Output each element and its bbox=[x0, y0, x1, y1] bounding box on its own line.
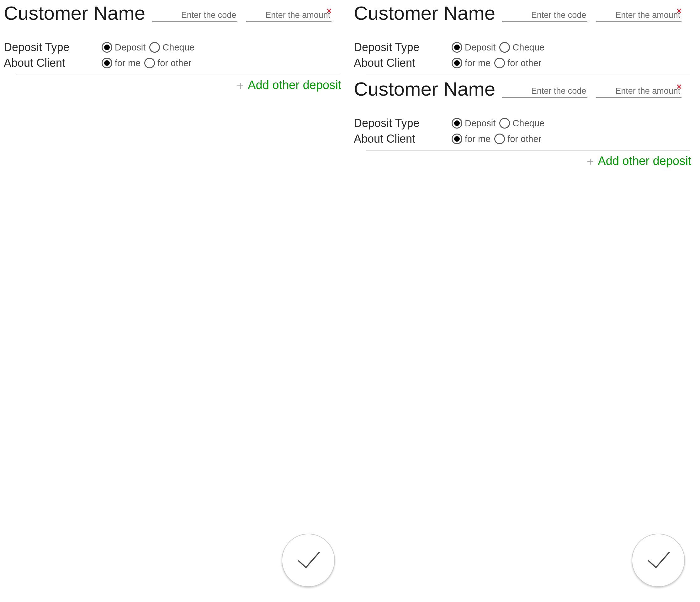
about-client-row: About Client for me for other bbox=[354, 132, 694, 146]
plus-icon: ＋ bbox=[234, 80, 246, 91]
radio-for-other[interactable]: for other bbox=[494, 133, 541, 144]
radio-icon bbox=[494, 58, 505, 68]
radio-for-me-label: for me bbox=[465, 134, 491, 144]
radio-section: Deposit Type Deposit Cheque About Client… bbox=[354, 41, 694, 70]
left-pane: Customer Name ✕ Deposit Type Deposit bbox=[0, 0, 350, 602]
radio-deposit[interactable]: Deposit bbox=[102, 42, 146, 53]
deposit-type-row: Deposit Type Deposit Cheque bbox=[4, 41, 344, 54]
about-client-row: About Client for me for other bbox=[4, 56, 344, 70]
radio-for-me-label: for me bbox=[115, 58, 141, 68]
inputs-wrap: ✕ bbox=[502, 85, 694, 100]
right-pane: Customer Name ✕ Deposit Type Deposit bbox=[350, 0, 700, 602]
amount-input-cell: ✕ bbox=[596, 85, 681, 98]
radio-deposit[interactable]: Deposit bbox=[452, 42, 496, 53]
about-client-label: About Client bbox=[354, 56, 448, 70]
radio-icon bbox=[452, 118, 462, 129]
deposit-type-label: Deposit Type bbox=[354, 117, 448, 130]
add-other-deposit-label: Add other deposit bbox=[248, 78, 341, 92]
confirm-button[interactable] bbox=[282, 534, 335, 587]
code-input-cell bbox=[502, 9, 588, 22]
radio-cheque[interactable]: Cheque bbox=[149, 42, 195, 53]
deposit-header-row: Customer Name ✕ bbox=[354, 2, 694, 24]
radio-icon bbox=[494, 133, 505, 144]
amount-input-cell: ✕ bbox=[596, 9, 681, 22]
radio-for-me[interactable]: for me bbox=[452, 58, 491, 68]
radio-icon bbox=[499, 42, 510, 53]
inputs-wrap: ✕ bbox=[152, 9, 344, 24]
radio-icon bbox=[499, 118, 510, 129]
customer-name-title: Customer Name bbox=[354, 2, 495, 24]
radio-cheque-label: Cheque bbox=[512, 118, 545, 129]
radio-for-other-label: for other bbox=[507, 134, 541, 144]
radio-icon bbox=[452, 58, 462, 68]
code-input[interactable] bbox=[502, 9, 588, 22]
amount-input[interactable] bbox=[596, 85, 681, 98]
confirm-button[interactable] bbox=[632, 534, 685, 587]
about-client-label: About Client bbox=[4, 56, 98, 70]
code-input-cell bbox=[152, 9, 238, 22]
radio-for-me[interactable]: for me bbox=[452, 133, 491, 144]
divider bbox=[366, 151, 690, 151]
close-icon[interactable]: ✕ bbox=[326, 7, 332, 15]
amount-input-cell: ✕ bbox=[246, 9, 331, 22]
radio-cheque-label: Cheque bbox=[162, 42, 195, 53]
radio-for-other[interactable]: for other bbox=[494, 58, 541, 68]
amount-input[interactable] bbox=[596, 9, 681, 22]
deposit-block: Customer Name ✕ Deposit Type Deposit bbox=[354, 78, 694, 151]
radio-for-me[interactable]: for me bbox=[102, 58, 141, 68]
radio-for-other-label: for other bbox=[507, 58, 541, 68]
add-other-deposit-button[interactable]: ＋ Add other deposit bbox=[354, 154, 694, 168]
add-other-deposit-button[interactable]: ＋ Add other deposit bbox=[4, 78, 344, 92]
radio-icon bbox=[102, 42, 112, 53]
radio-cheque[interactable]: Cheque bbox=[499, 118, 545, 129]
about-client-row: About Client for me for other bbox=[354, 56, 694, 70]
radio-icon bbox=[102, 58, 112, 68]
deposit-type-label: Deposit Type bbox=[354, 41, 448, 54]
radio-deposit[interactable]: Deposit bbox=[452, 118, 496, 129]
divider bbox=[16, 75, 340, 75]
code-input-cell bbox=[502, 85, 588, 98]
radio-deposit-label: Deposit bbox=[465, 118, 496, 129]
inputs-wrap: ✕ bbox=[502, 9, 694, 24]
about-client-label: About Client bbox=[354, 132, 448, 146]
radio-section: Deposit Type Deposit Cheque About Client… bbox=[4, 41, 344, 70]
radio-section: Deposit Type Deposit Cheque About Client… bbox=[354, 117, 694, 146]
radio-for-me-label: for me bbox=[465, 58, 491, 68]
plus-icon: ＋ bbox=[584, 155, 596, 167]
deposit-header-row: Customer Name ✕ bbox=[4, 2, 344, 24]
divider bbox=[366, 75, 690, 75]
check-icon bbox=[643, 545, 673, 575]
deposit-header-row: Customer Name ✕ bbox=[354, 78, 694, 100]
radio-cheque-label: Cheque bbox=[512, 42, 545, 53]
radio-icon bbox=[144, 58, 155, 68]
customer-name-title: Customer Name bbox=[354, 78, 495, 100]
radio-icon bbox=[452, 42, 462, 53]
deposit-type-label: Deposit Type bbox=[4, 41, 98, 54]
code-input[interactable] bbox=[152, 9, 238, 22]
check-icon bbox=[293, 545, 323, 575]
code-input[interactable] bbox=[502, 85, 588, 98]
deposit-type-row: Deposit Type Deposit Cheque bbox=[354, 117, 694, 130]
add-other-deposit-label: Add other deposit bbox=[598, 154, 691, 168]
deposit-block: Customer Name ✕ Deposit Type Deposit bbox=[4, 2, 344, 75]
deposit-type-row: Deposit Type Deposit Cheque bbox=[354, 41, 694, 54]
deposit-block: Customer Name ✕ Deposit Type Deposit bbox=[354, 2, 694, 75]
radio-for-other-label: for other bbox=[157, 58, 191, 68]
radio-for-other[interactable]: for other bbox=[144, 58, 191, 68]
radio-icon bbox=[149, 42, 160, 53]
radio-cheque[interactable]: Cheque bbox=[499, 42, 545, 53]
amount-input[interactable] bbox=[246, 9, 331, 22]
radio-deposit-label: Deposit bbox=[465, 42, 496, 53]
customer-name-title: Customer Name bbox=[4, 2, 145, 24]
close-icon[interactable]: ✕ bbox=[676, 83, 682, 91]
radio-deposit-label: Deposit bbox=[115, 42, 146, 53]
radio-icon bbox=[452, 133, 462, 144]
close-icon[interactable]: ✕ bbox=[676, 7, 682, 15]
